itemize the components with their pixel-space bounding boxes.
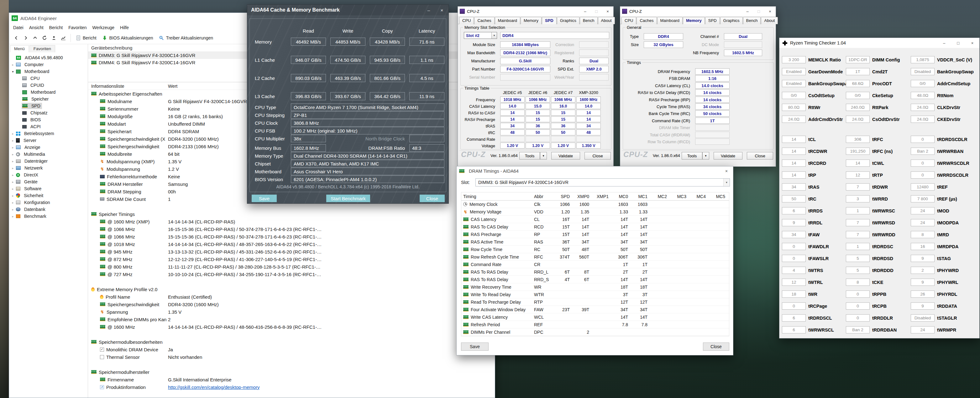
close-benchmark-button[interactable]: Close [420, 194, 445, 202]
start-benchmark-button[interactable]: Start Benchmark [326, 194, 370, 202]
minimize-button[interactable]: – [422, 8, 435, 13]
forward-button[interactable] [21, 33, 30, 43]
info-row-speichergeschwindigkeit[interactable]: SpeichergeschwindigkeitDDR4-3200 (1600 M… [88, 301, 495, 308]
info-section-speicher-timings[interactable]: Speicher Timings [88, 210, 495, 218]
dram-close-button[interactable]: Close [703, 342, 729, 351]
tab-mainboard[interactable]: Mainboard [657, 17, 682, 24]
tree-item-ger-te[interactable]: ▸Geräte [9, 178, 88, 185]
info-row-spannung[interactable]: ↯Spannung1.35 V [88, 308, 495, 315]
info-row-1600-mhz[interactable]: @ 1600 MHz14-14-14-34 (CL-RCD-RP-RAS) / … [88, 323, 495, 331]
tab-memory[interactable]: Memory [683, 17, 705, 24]
tree-item-cpuid[interactable]: CPUID [9, 82, 88, 89]
tree-item-anzeige[interactable]: ▸Anzeige [9, 144, 88, 151]
tab-graphics[interactable]: Graphics [720, 17, 743, 24]
tree-item-multimedia[interactable]: ▸Multimedia [9, 151, 88, 158]
tree-item-software[interactable]: ▸Software [9, 185, 88, 192]
info-row-1066-mhz[interactable]: @ 1066 MHz16-15-15-36 (CL-RCD-RP-RAS) / … [88, 225, 495, 233]
info-row-empfohlene-dimms-pro-kanal[interactable]: Empfohlene DIMMs pro Kanal2 [88, 315, 495, 323]
tab-bench[interactable]: Bench [743, 17, 761, 24]
tree-item-computer[interactable]: ▸Computer [9, 61, 88, 68]
back-button[interactable] [11, 33, 21, 43]
tab-graphics[interactable]: Graphics [557, 17, 579, 24]
tree-item-directx[interactable]: ▸XDirectX [9, 172, 88, 178]
tools-caret-button[interactable]: ▼ [540, 152, 547, 159]
tree-item-server[interactable]: ▸Server [9, 137, 88, 144]
tab-memory[interactable]: Memory [520, 17, 542, 24]
info-row-1018-mhz[interactable]: @ 1018 MHz14-14-14-34 (CL-RCD-RP-RAS) / … [88, 240, 495, 248]
info-row-1600-mhz-xmp[interactable]: @ 1600 MHz (XMP)14-14-14-34 (CL-RCD-RP-R… [88, 218, 495, 225]
tree-item-sicherheit[interactable]: ▸Sicherheit [9, 192, 88, 199]
close-button[interactable]: × [602, 9, 613, 14]
tools-caret-button[interactable]: ▼ [702, 152, 709, 159]
info-row-872-mhz[interactable]: @ 872 MHz12-12-12-29 (CL-RCD-RP-RAS) / 4… [88, 255, 495, 263]
tree-item-datenbank[interactable]: ▸Datenbank [9, 206, 88, 213]
bios-updates-button[interactable]: BIOS Aktualisierungen [99, 33, 156, 43]
validate-button[interactable]: Validate [714, 152, 743, 159]
tree-item-speicher[interactable]: Speicher [9, 96, 88, 102]
close-button[interactable]: × [965, 41, 979, 45]
info-row-profil-name[interactable]: Profil NameEnthusiast (Certified) [88, 293, 495, 301]
tree-item-betriebssystem[interactable]: ▸Betriebssystem [9, 130, 88, 137]
tree-item-aida64-v5-98-4800[interactable]: 64AIDA64 v5.98.4800 [9, 54, 88, 61]
save-button[interactable]: Save [461, 342, 488, 351]
tab-cpu[interactable]: CPU [459, 17, 474, 24]
tab-caches[interactable]: Caches [636, 17, 657, 24]
minimize-button[interactable]: – [742, 9, 753, 14]
slot-dropdown[interactable]: DIMM3: G Skill RipjawsV F4-3200C14-16GVR… [476, 178, 730, 186]
info-section-extreme-memory-profile-v2-0[interactable]: Extreme Memory Profile v2.0 [88, 285, 495, 293]
info-row-945-mhz[interactable]: @ 945 MHz13-13-13-32 (CL-RCD-RP-RAS) / 4… [88, 248, 495, 255]
info-section-speichermodulhersteller[interactable]: Speichermodulhersteller [88, 368, 495, 376]
close-button[interactable]: × [720, 169, 733, 174]
info-row-monolithic-dram-device[interactable]: ✓Monolithic DRAM DeviceJa [88, 345, 495, 353]
sidebar-tab-favoriten[interactable]: Favoriten [29, 45, 55, 53]
close-button[interactable]: × [764, 9, 776, 14]
tab-spd[interactable]: SPD [542, 17, 557, 24]
tab-about[interactable]: About [761, 17, 778, 24]
menu-favoriten[interactable]: Favoriten [65, 25, 89, 30]
minimize-button[interactable]: – [579, 9, 591, 14]
tree-item-datentr-ger[interactable]: ▸Datenträger [9, 158, 88, 164]
up-button[interactable] [30, 33, 40, 43]
menu-ansicht[interactable]: Ansicht [26, 25, 46, 30]
tree-item-acpi[interactable]: ACPI [9, 123, 88, 130]
user-button[interactable] [49, 33, 59, 43]
menu-werkzeuge[interactable]: Werkzeuge [90, 25, 118, 30]
cpuz-close-button[interactable]: Close [584, 152, 611, 159]
tab-cpu[interactable]: CPU [622, 17, 636, 24]
minimize-button[interactable]: – [937, 41, 951, 45]
tools-button[interactable]: Tools [682, 152, 702, 159]
tree-item-motherboard[interactable]: ▾Motherboard [9, 68, 88, 75]
menu-hilfe[interactable]: Hilfe [117, 25, 132, 30]
tab-spd[interactable]: SPD [705, 17, 720, 24]
tree-item-chipsatz[interactable]: Chipsatz [9, 109, 88, 116]
close-button[interactable]: × [435, 8, 449, 13]
driver-updates-button[interactable]: Treiber Aktualisierungen [156, 33, 216, 43]
tab-bench[interactable]: Bench [580, 17, 598, 24]
tree-item-cpu[interactable]: CPU [9, 75, 88, 82]
tree-item-bios[interactable]: BIOS [9, 116, 88, 123]
tree-item-netzwerk[interactable]: ▸Netzwerk [9, 164, 88, 172]
refresh-button[interactable] [40, 33, 49, 43]
tab-caches[interactable]: Caches [474, 17, 494, 24]
tab-mainboard[interactable]: Mainboard [495, 17, 520, 24]
info-row-1066-mhz[interactable]: @ 1066 MHz15-15-15-36 (CL-RCD-RP-RAS) / … [88, 233, 495, 240]
tab-about[interactable]: About [598, 17, 615, 24]
info-row-800-mhz[interactable]: @ 800 MHz11-11-11-27 (CL-RCD-RP-RAS) / 3… [88, 263, 495, 271]
info-row-thermal-sensor[interactable]: Thermal SensorNicht vorhanden [88, 353, 495, 361]
save-button[interactable]: Save [252, 194, 277, 202]
maximize-button[interactable]: □ [951, 41, 965, 45]
slot-selector-dropdown[interactable]: Slot #2▼ [464, 32, 497, 39]
sidebar-tab-men[interactable]: Menü [10, 45, 29, 53]
cpuz-close-button[interactable]: Close [747, 152, 773, 159]
maximize-button[interactable]: □ [591, 9, 602, 14]
tree-item-benchmark[interactable]: ▸Benchmark [9, 213, 88, 220]
validate-button[interactable]: Validate [551, 152, 580, 159]
maximize-button[interactable]: □ [753, 9, 764, 14]
menu-bericht[interactable]: Bericht [46, 25, 66, 30]
tree-item-konfiguration[interactable]: ▸Konfiguration [9, 199, 88, 206]
report-button[interactable]: Bericht [73, 33, 99, 43]
menu-datei[interactable]: Datei [10, 25, 26, 30]
info-row-firmenname[interactable]: FirmennameG.Skill International Enterpri… [88, 376, 495, 383]
tree-item-motherboard[interactable]: Motherboard [9, 89, 88, 96]
chart-button[interactable] [59, 33, 68, 43]
